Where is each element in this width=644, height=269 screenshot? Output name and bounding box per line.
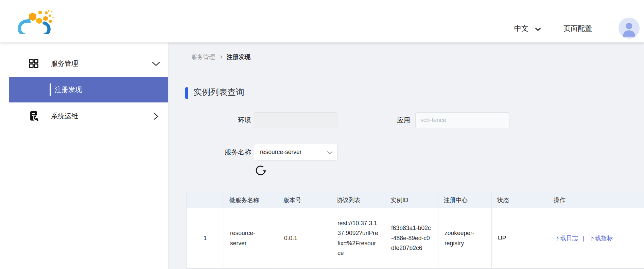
cell-status: UP — [492, 208, 548, 269]
section-title: 实例列表查询 — [193, 87, 244, 98]
section-accent-bar — [185, 87, 188, 99]
user-avatar[interactable] — [619, 18, 640, 39]
cell-index: 1 — [187, 208, 224, 269]
cell-registry: zookeeper-registry — [438, 208, 492, 269]
col-header-registry: 注册中心 — [438, 192, 492, 208]
col-header-index — [187, 192, 224, 208]
env-input[interactable] — [254, 112, 337, 128]
refresh-icon[interactable] — [255, 165, 267, 177]
chevron-down-icon — [152, 61, 160, 66]
sidebar-nav: 服务管理 注册发现 系统运维 — [0, 42, 169, 269]
table-header-row: 微服务名称 版本号 协议列表 实例ID 注册中心 状态 操作 — [187, 192, 644, 208]
col-header-actions: 操作 — [548, 192, 644, 208]
col-header-version: 版本号 — [278, 192, 331, 208]
active-indicator-bar — [50, 83, 51, 96]
language-chevron-down-icon — [535, 27, 541, 31]
sidebar-item-label: 服务管理 — [51, 51, 78, 76]
sidebar-item-system-ops[interactable]: 系统运维 — [0, 103, 168, 129]
service-name-select[interactable]: resource-server — [254, 144, 338, 160]
app-window: 中文 页面配置 服务管理 注册发 — [0, 0, 644, 269]
download-log-link[interactable]: 下载日志 — [554, 235, 578, 242]
col-header-protocol-list: 协议列表 — [331, 192, 385, 208]
cell-actions: 下载日志 | 下载指标 — [548, 208, 644, 269]
cell-protocol-list: rest://10.37.3.137:9092?urlPrefix=%2Fres… — [331, 208, 385, 269]
breadcrumb-parent[interactable]: 服务管理 — [191, 54, 215, 60]
grid-icon — [28, 58, 39, 69]
service-name-label: 服务名称 — [209, 144, 251, 160]
cell-service-name: resource-server — [224, 208, 278, 269]
instance-table: 微服务名称 版本号 协议列表 实例ID 注册中心 状态 操作 1 resourc… — [186, 192, 644, 269]
sidebar-item-label: 注册发现 — [55, 77, 82, 102]
breadcrumb: 服务管理 > 注册发现 — [191, 53, 250, 61]
chevron-right-icon — [154, 113, 158, 120]
service-name-selected-value: resource-server — [260, 144, 302, 160]
top-header: 中文 页面配置 — [0, 0, 644, 42]
cell-version: 0.0.1 — [278, 208, 331, 269]
action-separator: | — [583, 235, 585, 242]
cell-instance-id: f63b83a1-b02c-488e-89ed-c0dfe207b2c6 — [385, 208, 438, 269]
col-header-service-name: 微服务名称 — [224, 192, 278, 208]
breadcrumb-current: 注册发现 — [227, 54, 250, 60]
breadcrumb-separator: > — [219, 54, 223, 60]
sidebar-item-service-mgmt[interactable]: 服务管理 — [0, 51, 168, 76]
sidebar-item-registry-discovery[interactable]: 注册发现 — [9, 77, 168, 102]
server-wrench-icon — [28, 110, 39, 122]
env-label: 环境 — [209, 112, 251, 128]
main-content: 服务管理 > 注册发现 实例列表查询 环境 应用 服务名称 resource-s… — [169, 42, 644, 269]
download-metrics-link[interactable]: 下载指标 — [589, 235, 613, 242]
select-chevron-down-icon — [327, 151, 333, 154]
language-switcher[interactable]: 中文 — [514, 24, 528, 33]
sidebar-item-label: 系统运维 — [51, 103, 78, 129]
col-header-instance-id: 实例ID — [385, 192, 438, 208]
page-config-button[interactable]: 页面配置 — [563, 24, 592, 33]
table-row: 1 resource-server 0.0.1 rest://10.37.3.1… — [187, 208, 644, 269]
user-icon — [619, 18, 640, 39]
servicecomb-logo-icon[interactable] — [15, 8, 54, 34]
app-input[interactable] — [415, 112, 509, 128]
col-header-status: 状态 — [492, 192, 548, 208]
app-label: 应用 — [372, 112, 410, 128]
